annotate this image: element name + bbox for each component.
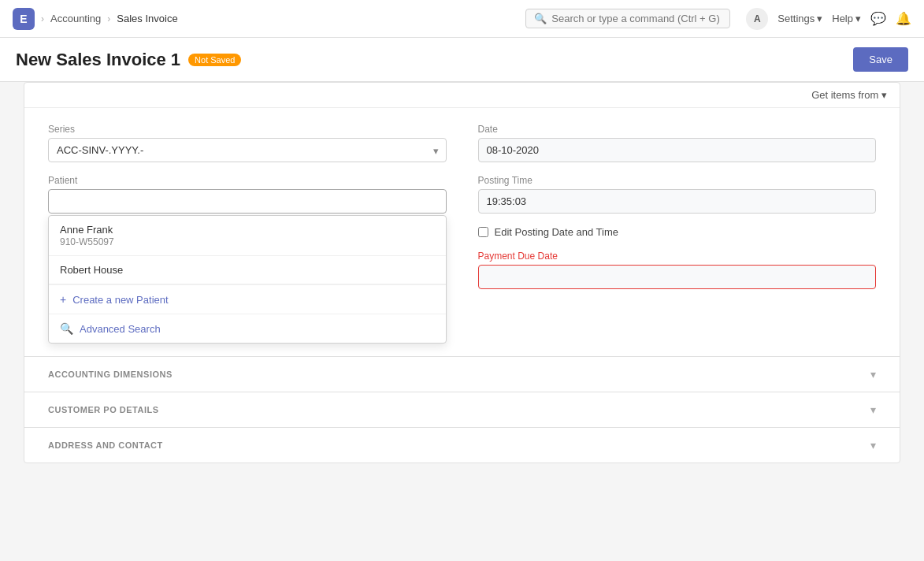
app-icon[interactable]: E <box>13 8 35 30</box>
avatar[interactable]: A <box>746 8 768 30</box>
date-field: Date <box>478 124 877 162</box>
payment-due-input[interactable] <box>478 265 877 289</box>
patient-name-0: Anne Frank <box>60 224 435 236</box>
breadcrumb-sep-2: › <box>107 13 110 24</box>
patient-input[interactable] <box>48 189 447 214</box>
patient-option-0[interactable]: Anne Frank 910-W55097 <box>49 216 446 256</box>
not-saved-badge: Not Saved <box>188 54 241 66</box>
posting-time-input[interactable] <box>478 189 877 214</box>
patient-option-1[interactable]: Robert House <box>49 256 446 284</box>
plus-icon: + <box>60 293 66 306</box>
patient-dropdown: Anne Frank 910-W55097 Robert House + Cre… <box>48 215 447 344</box>
posting-time-label: Posting Time <box>478 175 877 186</box>
settings-button[interactable]: Settings ▾ <box>777 13 822 24</box>
series-field: Series ACC-SINV-.YYYY.- <box>48 124 447 162</box>
series-select[interactable]: ACC-SINV-.YYYY.- <box>48 138 447 162</box>
form-col-left: Series ACC-SINV-.YYYY.- Patient <box>48 124 447 340</box>
patient-id-0: 910-W55097 <box>60 236 435 247</box>
payment-due-field: Payment Due Date <box>478 251 877 289</box>
address-contact-title: ADDRESS AND CONTACT <box>48 440 163 450</box>
nav-actions: A Settings ▾ Help ▾ 💬 🔔 <box>746 8 911 30</box>
series-label: Series <box>48 124 447 135</box>
breadcrumb-sales-invoice[interactable]: Sales Invoice <box>117 13 177 24</box>
series-select-wrapper: ACC-SINV-.YYYY.- <box>48 138 447 162</box>
customer-po-chevron-icon: ▾ <box>870 403 876 416</box>
save-button[interactable]: Save <box>853 47 908 72</box>
search-input[interactable] <box>551 13 722 24</box>
invoice-form: Series ACC-SINV-.YYYY.- Patient <box>24 108 900 356</box>
help-button[interactable]: Help ▾ <box>832 13 861 24</box>
get-items-bar: Get items from ▾ <box>24 83 900 108</box>
bell-icon[interactable]: 🔔 <box>896 11 911 26</box>
page-header: New Sales Invoice 1 Not Saved Save <box>0 38 924 82</box>
payment-due-label: Payment Due Date <box>478 251 877 262</box>
accounting-dimensions-section[interactable]: ACCOUNTING DIMENSIONS ▾ <box>24 356 900 392</box>
global-search[interactable]: 🔍 <box>525 9 730 28</box>
edit-posting-checkbox[interactable] <box>478 227 488 237</box>
customer-po-title: CUSTOMER PO DETAILS <box>48 405 159 414</box>
patient-name-1: Robert House <box>60 264 435 276</box>
chat-icon[interactable]: 💬 <box>870 11 886 26</box>
accounting-dimensions-title: ACCOUNTING DIMENSIONS <box>48 370 173 379</box>
advanced-search-action[interactable]: 🔍 Advanced Search <box>49 314 446 343</box>
form-row-main: Series ACC-SINV-.YYYY.- Patient <box>48 124 876 340</box>
form-col-right: Date Posting Time Edit Posting Date and … <box>478 124 877 340</box>
magnifier-icon: 🔍 <box>60 322 73 335</box>
customer-po-section[interactable]: CUSTOMER PO DETAILS ▾ <box>24 392 900 427</box>
patient-label: Patient <box>48 175 447 186</box>
address-contact-section[interactable]: ADDRESS AND CONTACT ▾ <box>24 427 900 463</box>
settings-chevron-icon: ▾ <box>817 13 822 24</box>
search-icon: 🔍 <box>534 13 547 24</box>
date-label: Date <box>478 124 877 135</box>
posting-time-field: Posting Time <box>478 175 877 214</box>
top-navigation: E › Accounting › Sales Invoice 🔍 A Setti… <box>0 0 924 38</box>
get-items-button[interactable]: Get items from ▾ <box>811 89 887 101</box>
address-contact-chevron-icon: ▾ <box>870 439 876 451</box>
edit-posting-row: Edit Posting Date and Time <box>478 226 877 238</box>
breadcrumb-sep-1: › <box>41 13 44 24</box>
breadcrumb-accounting[interactable]: Accounting <box>50 13 101 24</box>
page-title: New Sales Invoice 1 Not Saved <box>16 50 241 70</box>
invoice-card: Get items from ▾ Series ACC-SINV-.YYYY.- <box>24 82 900 463</box>
main-content: Get items from ▾ Series ACC-SINV-.YYYY.- <box>0 82 924 463</box>
edit-posting-label: Edit Posting Date and Time <box>495 226 619 238</box>
patient-field: Patient Anne Frank 910-W55097 Robert Hou… <box>48 175 447 214</box>
create-patient-action[interactable]: + Create a new Patient <box>49 284 446 314</box>
help-chevron-icon: ▾ <box>855 13 861 24</box>
accounting-dimensions-chevron-icon: ▾ <box>870 368 876 381</box>
date-input[interactable] <box>478 138 877 162</box>
